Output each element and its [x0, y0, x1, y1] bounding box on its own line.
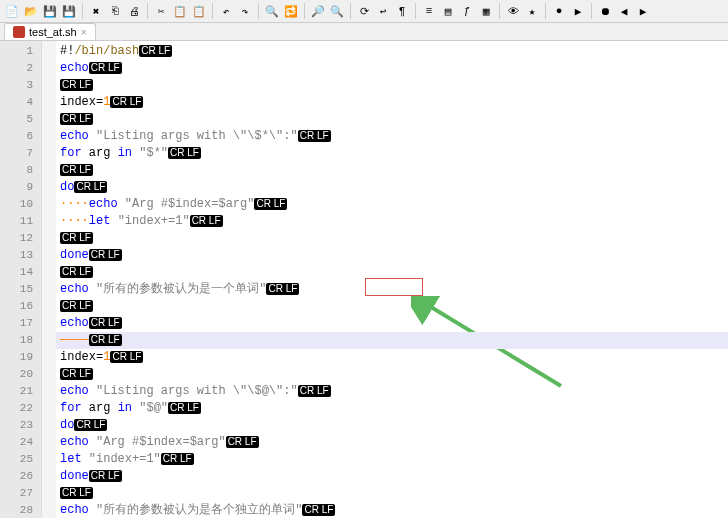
- close-icon[interactable]: ✖: [88, 3, 104, 19]
- line-number: 7: [0, 145, 41, 162]
- crlf-marker: CR LF: [139, 45, 172, 57]
- line-number: 2: [0, 60, 41, 77]
- save-all-icon[interactable]: 💾: [61, 3, 77, 19]
- toolbar-separator: [212, 3, 213, 19]
- undo-icon[interactable]: ↶: [218, 3, 234, 19]
- find-icon[interactable]: 🔍: [264, 3, 280, 19]
- line-number: 25: [0, 451, 41, 468]
- copy-icon[interactable]: 📋: [172, 3, 188, 19]
- line-number: 19: [0, 349, 41, 366]
- function-list-icon[interactable]: ƒ: [459, 3, 475, 19]
- macro-play-icon[interactable]: ▶: [570, 3, 586, 19]
- code-line[interactable]: let "index+=1"CR LF: [56, 451, 728, 468]
- close-all-icon[interactable]: ⎗: [107, 3, 123, 19]
- fold-icon[interactable]: ▤: [440, 3, 456, 19]
- crlf-marker: CR LF: [266, 283, 299, 295]
- code-line[interactable]: echo "Arg #$index=$arg"CR LF: [56, 434, 728, 451]
- crlf-marker: CR LF: [298, 385, 331, 397]
- doc-map-icon[interactable]: ▦: [478, 3, 494, 19]
- line-number: 22: [0, 400, 41, 417]
- code-line[interactable]: #!/bin/bashCR LF: [56, 43, 728, 60]
- line-number: 9: [0, 179, 41, 196]
- tab-filename: test_at.sh: [29, 26, 77, 38]
- code-line[interactable]: index=1CR LF: [56, 94, 728, 111]
- code-line[interactable]: echo "Listing args with \"\$*\":"CR LF: [56, 128, 728, 145]
- navigate-back-icon[interactable]: ◀: [616, 3, 632, 19]
- code-line[interactable]: echoCR LF: [56, 315, 728, 332]
- line-number-gutter: 1234567891011121314151617181920212223242…: [0, 41, 42, 518]
- code-line[interactable]: CR LF: [56, 77, 728, 94]
- code-line[interactable]: echoCR LF: [56, 60, 728, 77]
- redo-icon[interactable]: ↷: [237, 3, 253, 19]
- line-number: 10: [0, 196, 41, 213]
- record-icon[interactable]: ⏺: [597, 3, 613, 19]
- crlf-marker: CR LF: [226, 436, 259, 448]
- code-line[interactable]: index=1CR LF: [56, 349, 728, 366]
- code-line[interactable]: doneCR LF: [56, 247, 728, 264]
- code-line[interactable]: echo "Listing args with \"\$@\":"CR LF: [56, 383, 728, 400]
- zoom-in-icon[interactable]: 🔎: [310, 3, 326, 19]
- code-line[interactable]: ————CR LF: [56, 332, 728, 349]
- toolbar-separator: [591, 3, 592, 19]
- wrap-icon[interactable]: ↩: [375, 3, 391, 19]
- code-line[interactable]: CR LF: [56, 298, 728, 315]
- crlf-marker: CR LF: [60, 300, 93, 312]
- indent-guide-icon[interactable]: ≡: [421, 3, 437, 19]
- code-line[interactable]: CR LF: [56, 162, 728, 179]
- code-line[interactable]: doCR LF: [56, 417, 728, 434]
- editor-area[interactable]: 1234567891011121314151617181920212223242…: [0, 41, 728, 518]
- code-line[interactable]: CR LF: [56, 264, 728, 281]
- code-line[interactable]: CR LF: [56, 111, 728, 128]
- code-line[interactable]: ····echo "Arg #$index=$arg"CR LF: [56, 196, 728, 213]
- main-toolbar: 📄📂💾💾✖⎗🖨✂📋📋↶↷🔍🔁🔎🔍⟳↩¶≡▤ƒ▦👁★●▶⏺◀▶: [0, 0, 728, 23]
- whitespace-icon[interactable]: ¶: [394, 3, 410, 19]
- code-line[interactable]: for arg in "$*"CR LF: [56, 145, 728, 162]
- line-number: 4: [0, 94, 41, 111]
- show-symbol-icon[interactable]: 👁: [505, 3, 521, 19]
- toolbar-separator: [545, 3, 546, 19]
- line-number: 21: [0, 383, 41, 400]
- code-area[interactable]: #!/bin/bashCR LFechoCR LFCR LFindex=1CR …: [56, 41, 728, 518]
- line-number: 26: [0, 468, 41, 485]
- crlf-marker: CR LF: [60, 368, 93, 380]
- crlf-marker: CR LF: [60, 487, 93, 499]
- toolbar-separator: [350, 3, 351, 19]
- crlf-marker: CR LF: [168, 402, 201, 414]
- code-line[interactable]: ····let "index+=1"CR LF: [56, 213, 728, 230]
- tab-close-icon[interactable]: ×: [81, 27, 87, 38]
- code-line[interactable]: doCR LF: [56, 179, 728, 196]
- line-number: 28: [0, 502, 41, 518]
- bookmark-icon[interactable]: ★: [524, 3, 540, 19]
- code-line[interactable]: echo "所有的参数被认为是各个独立的单词"CR LF: [56, 502, 728, 518]
- crlf-marker: CR LF: [302, 504, 335, 516]
- line-number: 17: [0, 315, 41, 332]
- code-line[interactable]: doneCR LF: [56, 468, 728, 485]
- fold-margin: [42, 41, 56, 518]
- save-icon[interactable]: 💾: [42, 3, 58, 19]
- toolbar-separator: [147, 3, 148, 19]
- paste-icon[interactable]: 📋: [191, 3, 207, 19]
- toolbar-separator: [258, 3, 259, 19]
- disk-icon: [13, 26, 25, 38]
- code-line[interactable]: CR LF: [56, 230, 728, 247]
- line-number: 16: [0, 298, 41, 315]
- code-line[interactable]: CR LF: [56, 485, 728, 502]
- macro-record-icon[interactable]: ●: [551, 3, 567, 19]
- code-line[interactable]: CR LF: [56, 366, 728, 383]
- zoom-out-icon[interactable]: 🔍: [329, 3, 345, 19]
- line-number: 11: [0, 213, 41, 230]
- crlf-marker: CR LF: [254, 198, 287, 210]
- tab-bar: test_at.sh ×: [0, 23, 728, 41]
- line-number: 18: [0, 332, 41, 349]
- sync-icon[interactable]: ⟳: [356, 3, 372, 19]
- print-icon[interactable]: 🖨: [126, 3, 142, 19]
- code-line[interactable]: for arg in "$@"CR LF: [56, 400, 728, 417]
- file-tab[interactable]: test_at.sh ×: [4, 23, 96, 40]
- replace-icon[interactable]: 🔁: [283, 3, 299, 19]
- code-line[interactable]: echo "所有的参数被认为是一个单词"CR LF: [56, 281, 728, 298]
- cut-icon[interactable]: ✂: [153, 3, 169, 19]
- open-icon[interactable]: 📂: [23, 3, 39, 19]
- new-file-icon[interactable]: 📄: [4, 3, 20, 19]
- navigate-forward-icon[interactable]: ▶: [635, 3, 651, 19]
- crlf-marker: CR LF: [89, 334, 122, 346]
